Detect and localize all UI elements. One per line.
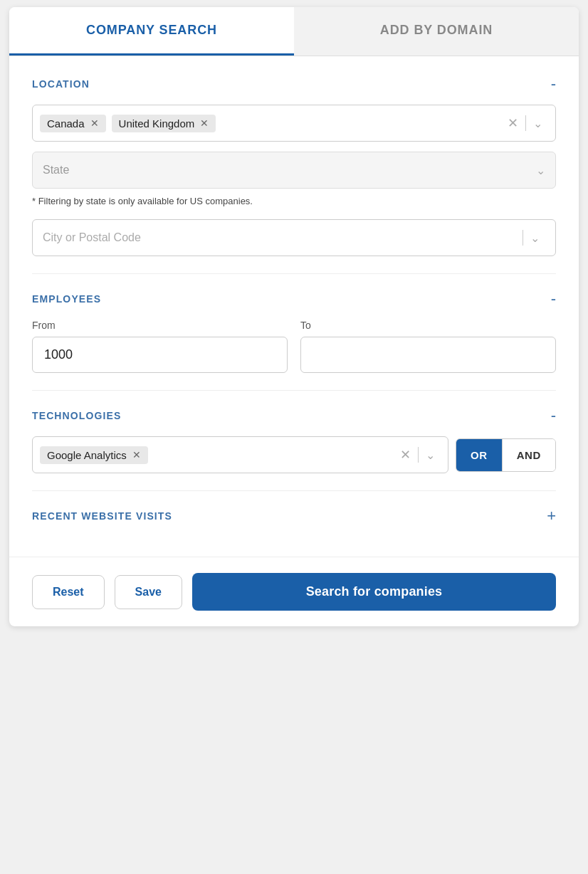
tag-google-analytics-label: Google Analytics: [47, 449, 127, 461]
tech-chevron-icon[interactable]: ⌄: [420, 448, 441, 462]
tab-company-search[interactable]: COMPANY SEARCH: [9, 7, 294, 56]
main-content: LOCATION - Canada ✕ United Kingdom ✕ ✕ ⌄: [9, 56, 579, 557]
tech-input-actions: ✕ ⌄: [394, 447, 441, 463]
country-chevron-icon[interactable]: ⌄: [527, 117, 548, 130]
tag-canada: Canada ✕: [40, 115, 106, 132]
recent-visits-toggle[interactable]: +: [547, 508, 556, 524]
divider-1: [32, 273, 556, 274]
divider-2: [32, 390, 556, 391]
employees-to-label: To: [300, 320, 556, 331]
technologies-section-header: TECHNOLOGIES -: [32, 408, 556, 423]
recent-visits-section-header: RECENT WEBSITE VISITS +: [32, 508, 556, 524]
technologies-section-title: TECHNOLOGIES: [32, 410, 121, 421]
tech-divider: [418, 447, 419, 463]
technologies-toggle[interactable]: -: [551, 408, 556, 423]
tag-united-kingdom-label: United Kingdom: [119, 117, 195, 130]
location-toggle[interactable]: -: [551, 76, 556, 92]
technologies-row: Google Analytics ✕ ✕ ⌄ OR AND: [32, 436, 556, 473]
save-button[interactable]: Save: [115, 575, 182, 609]
or-button[interactable]: OR: [456, 439, 502, 471]
state-note: * Filtering by state is only available f…: [32, 196, 556, 206]
tag-canada-label: Canada: [47, 117, 85, 130]
tab-add-by-domain[interactable]: ADD BY DOMAIN: [294, 7, 579, 56]
country-clear-button[interactable]: ✕: [502, 115, 524, 131]
employees-to-input[interactable]: [300, 337, 556, 373]
country-tags: Canada ✕ United Kingdom ✕: [40, 115, 502, 132]
tech-tags: Google Analytics ✕: [40, 446, 394, 464]
state-chevron-icon: ⌄: [536, 164, 545, 177]
bottom-bar: Reset Save Search for companies: [9, 557, 579, 626]
employees-section-header: EMPLOYEES -: [32, 291, 556, 307]
location-section-title: LOCATION: [32, 78, 90, 90]
search-companies-button[interactable]: Search for companies: [192, 573, 556, 611]
main-card: COMPANY SEARCH ADD BY DOMAIN LOCATION - …: [9, 7, 579, 626]
city-placeholder: City or Postal Code: [43, 231, 521, 244]
employees-from-label: From: [32, 320, 288, 331]
state-select[interactable]: State ⌄: [32, 152, 556, 189]
state-placeholder: State: [43, 164, 536, 177]
tag-google-analytics: Google Analytics ✕: [40, 446, 148, 464]
tag-united-kingdom: United Kingdom ✕: [112, 115, 216, 132]
tag-google-analytics-remove[interactable]: ✕: [132, 450, 141, 460]
and-button[interactable]: AND: [502, 439, 555, 471]
location-section-header: LOCATION -: [32, 76, 556, 92]
divider-3: [32, 490, 556, 491]
reset-button[interactable]: Reset: [32, 575, 105, 609]
tag-canada-remove[interactable]: ✕: [90, 118, 99, 128]
employees-range-row: From To: [32, 320, 556, 373]
tag-united-kingdom-remove[interactable]: ✕: [200, 118, 209, 128]
recent-visits-section-title: RECENT WEBSITE VISITS: [32, 510, 172, 522]
employees-from-col: From: [32, 320, 288, 373]
technologies-tag-input[interactable]: Google Analytics ✕ ✕ ⌄: [32, 436, 448, 473]
country-input-actions: ✕ ⌄: [502, 115, 548, 131]
employees-section-title: EMPLOYEES: [32, 293, 101, 305]
country-divider: [525, 115, 526, 131]
employees-to-col: To: [300, 320, 556, 373]
employees-toggle[interactable]: -: [551, 291, 556, 307]
city-input[interactable]: City or Postal Code ⌄: [32, 219, 556, 256]
or-and-group: OR AND: [456, 438, 556, 472]
city-input-actions: ⌄: [521, 230, 545, 246]
employees-from-input[interactable]: [32, 337, 288, 373]
city-divider: [523, 230, 523, 246]
tech-clear-button[interactable]: ✕: [394, 447, 416, 463]
tabs-container: COMPANY SEARCH ADD BY DOMAIN: [9, 7, 579, 56]
city-chevron-icon[interactable]: ⌄: [525, 231, 545, 245]
country-tag-input[interactable]: Canada ✕ United Kingdom ✕ ✕ ⌄: [32, 105, 556, 142]
